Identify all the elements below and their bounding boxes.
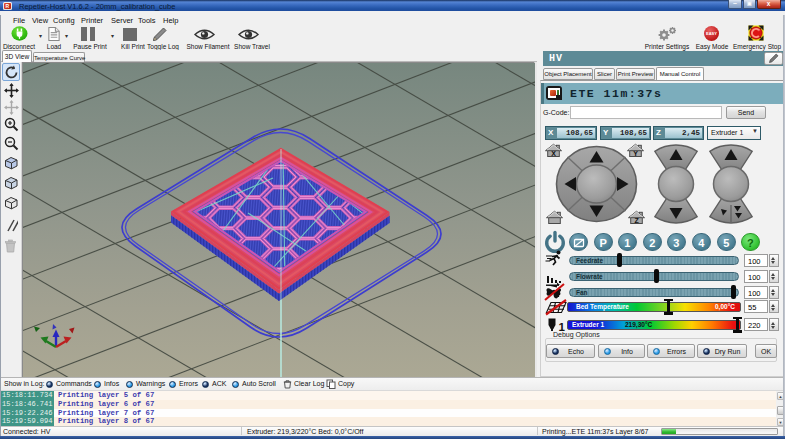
svg-text:X: X	[551, 150, 556, 157]
svg-text:Y: Y	[633, 150, 638, 157]
svg-text:Z: Z	[635, 217, 640, 224]
